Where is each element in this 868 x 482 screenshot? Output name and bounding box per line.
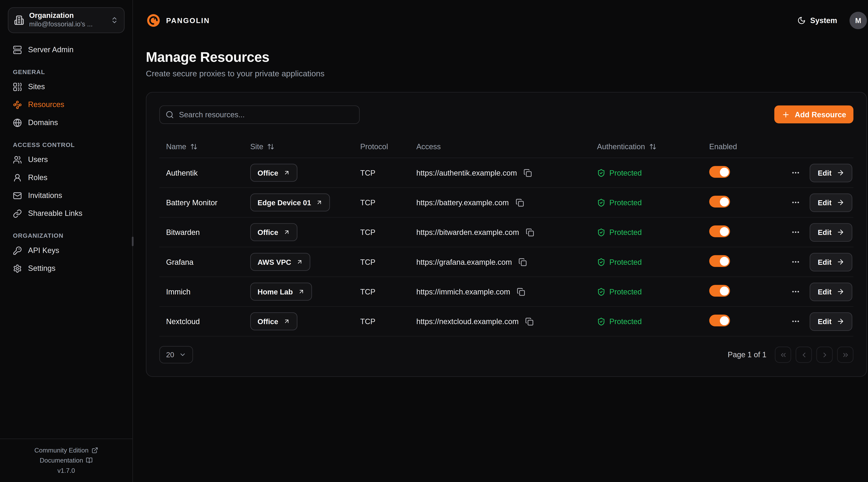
column-header-site[interactable]: Site: [244, 142, 353, 151]
row-menu-button[interactable]: [789, 255, 803, 269]
edit-button[interactable]: Edit: [810, 223, 852, 242]
sidebar-item-shareable-links[interactable]: Shareable Links: [8, 204, 124, 222]
add-resource-button[interactable]: Add Resource: [775, 105, 854, 123]
sidebar-item-server-admin[interactable]: Server Admin: [8, 41, 124, 59]
sidebar-item-sites[interactable]: Sites: [8, 78, 124, 96]
community-edition-label: Community Edition: [34, 447, 89, 453]
copy-url-button[interactable]: [515, 197, 525, 208]
moon-icon: [797, 16, 806, 25]
copy-url-button[interactable]: [523, 167, 533, 178]
add-resource-label: Add Resource: [795, 110, 846, 119]
edit-button[interactable]: Edit: [810, 163, 852, 182]
sidebar-item-label: Roles: [28, 173, 48, 182]
sidebar-item-settings[interactable]: Settings: [8, 260, 124, 278]
theme-toggle[interactable]: System: [797, 16, 837, 25]
enabled-toggle[interactable]: [709, 166, 730, 178]
edit-button[interactable]: Edit: [810, 282, 852, 301]
search-box: [159, 105, 360, 124]
next-page-button[interactable]: [816, 347, 833, 363]
site-link-button[interactable]: Office: [250, 312, 298, 330]
organization-title: Organization: [29, 11, 105, 21]
sidebar: Organization milo@fossorial.io's ... Ser…: [0, 0, 133, 482]
last-page-button[interactable]: [837, 347, 854, 363]
enabled-toggle[interactable]: [709, 315, 730, 326]
page-size-value: 20: [166, 351, 174, 359]
resource-name: Battery Monitor: [159, 198, 244, 207]
enabled-toggle[interactable]: [709, 255, 730, 267]
edit-label: Edit: [818, 168, 832, 177]
main-content: PANGOLIN System M Manage Resources Creat…: [133, 0, 868, 482]
resource-name: Immich: [159, 287, 244, 296]
ellipsis-icon: [792, 257, 801, 266]
page-head: Manage Resources Create secure proxies t…: [146, 49, 867, 78]
copy-url-button[interactable]: [518, 257, 528, 267]
sidebar-item-roles[interactable]: Roles: [8, 169, 124, 187]
site-link-button[interactable]: Edge Device 01: [250, 193, 330, 211]
sidebar-resize-handle[interactable]: [132, 237, 134, 246]
auth-status-label: Protected: [609, 228, 642, 236]
enabled-toggle[interactable]: [709, 196, 730, 207]
protocol: TCP: [353, 198, 409, 207]
column-header-authentication[interactable]: Authentication: [590, 142, 702, 151]
row-menu-button[interactable]: [789, 196, 803, 209]
copy-url-button[interactable]: [524, 316, 535, 326]
sidebar-item-resources[interactable]: Resources: [8, 96, 124, 114]
pager-buttons: [775, 347, 854, 363]
access-url: https://authentik.example.com: [416, 168, 517, 177]
key-icon: [13, 246, 22, 255]
card-toolbar: Add Resource: [159, 105, 854, 124]
auth-status: Protected: [590, 228, 702, 236]
copy-icon: [524, 168, 532, 177]
site-link-button[interactable]: Home Lab: [250, 283, 312, 300]
search-input[interactable]: [159, 105, 360, 124]
site-name: Office: [258, 228, 278, 236]
row-menu-button[interactable]: [789, 315, 803, 328]
previous-page-button[interactable]: [796, 347, 812, 363]
auth-status-label: Protected: [609, 198, 642, 207]
enabled-toggle[interactable]: [709, 225, 730, 237]
user-icon: [13, 173, 22, 182]
copy-icon: [519, 258, 527, 266]
site-link-button[interactable]: Office: [250, 164, 298, 182]
row-menu-button[interactable]: [789, 285, 803, 298]
row-menu-button[interactable]: [789, 225, 803, 239]
sidebar-item-domains[interactable]: Domains: [8, 114, 124, 132]
site-link-button[interactable]: AWS VPC: [250, 253, 310, 271]
topbar-right: System M: [797, 12, 867, 29]
copy-url-button[interactable]: [516, 286, 526, 297]
sidebar-item-invitations[interactable]: Invitations: [8, 187, 124, 204]
card-footer: 20 Page 1 of 1: [159, 346, 854, 363]
users-icon: [13, 155, 22, 164]
copy-url-button[interactable]: [525, 227, 535, 237]
chevrons-right-icon: [841, 351, 849, 359]
arrow-up-right-icon: [296, 259, 303, 265]
sidebar-item-label: Invitations: [28, 191, 62, 200]
gear-icon: [13, 264, 22, 273]
community-edition-link[interactable]: Community Edition: [0, 445, 132, 455]
enabled-toggle[interactable]: [709, 285, 730, 297]
first-page-button[interactable]: [775, 347, 791, 363]
page-size-select[interactable]: 20: [159, 346, 193, 363]
sidebar-item-api-keys[interactable]: API Keys: [8, 242, 124, 260]
edit-button[interactable]: Edit: [810, 312, 852, 331]
edit-button[interactable]: Edit: [810, 253, 852, 271]
documentation-link[interactable]: Documentation: [0, 455, 132, 465]
globe-icon: [13, 118, 22, 127]
edit-button[interactable]: Edit: [810, 193, 852, 212]
edit-label: Edit: [818, 287, 832, 296]
ellipsis-icon: [792, 168, 801, 177]
arrow-right-icon: [837, 317, 844, 325]
arrow-right-icon: [837, 258, 844, 266]
column-header-protocol: Protocol: [353, 142, 409, 151]
table-row: Grafana AWS VPC TCP https://grafana.exam…: [159, 247, 854, 277]
table-row: Nextcloud Office TCP https://nextcloud.e…: [159, 307, 854, 336]
row-menu-button[interactable]: [789, 166, 803, 180]
column-header-name[interactable]: Name: [159, 142, 244, 151]
arrow-up-right-icon: [316, 199, 323, 206]
sidebar-item-label: Sites: [28, 83, 45, 91]
site-link-button[interactable]: Office: [250, 223, 298, 241]
sidebar-item-users[interactable]: Users: [8, 151, 124, 169]
avatar[interactable]: M: [849, 12, 867, 29]
organization-selector[interactable]: Organization milo@fossorial.io's ...: [8, 7, 124, 33]
external-link-icon: [91, 447, 98, 453]
